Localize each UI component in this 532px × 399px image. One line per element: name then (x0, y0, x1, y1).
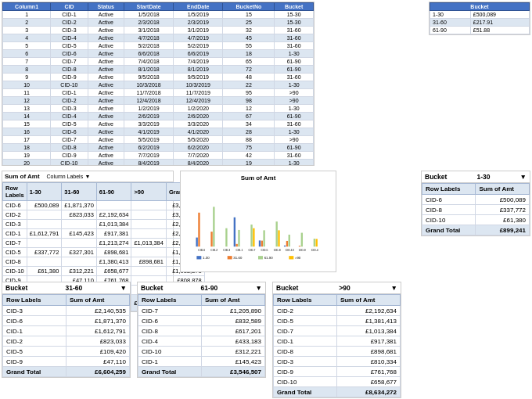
list-item: Grand Total£8,634,272 (274, 387, 401, 397)
pivot-6190-filter[interactable]: ▼ (256, 284, 262, 292)
table-row: CID-7£1,213,274£1,013,384£2,226,658 (3, 239, 205, 248)
svg-text:31-60: 31-60 (233, 256, 243, 260)
list-item: CID-9£761,768 (274, 367, 401, 377)
table-row: 8CID-8Active8/1/20188/1/20197261-90 (3, 66, 314, 74)
chart-area: Sum of Amt CID-6CID-2CID-3CID-1CID-7CID-… (180, 171, 336, 272)
table-row: CID-6£500,089£1,871,370£3,204,048 (3, 201, 205, 210)
list-item: CID-4£433,183 (138, 336, 265, 347)
list-item: CID-5£1,381,413 (274, 316, 401, 326)
small-bucket-table: Bucket 1-30£500,08931-60£217.9161-90£51.… (429, 2, 530, 35)
main-data-table: Column1CIDStatusStartDateEndDateBucketNo… (2, 2, 314, 166)
pivot-90-filter[interactable]: ▼ (391, 284, 397, 292)
pivot-90-header: Bucket >90 ▼ (273, 282, 401, 294)
list-item: Grand Total£6,604,259 (3, 367, 130, 377)
list-item: CID-1£917,381 (274, 336, 401, 347)
table-row: 2CID-2Active2/3/20182/3/20192515-30 (3, 19, 314, 27)
table-row: 10CID-10Active10/3/201810/3/2019221-30 (3, 81, 314, 89)
table-row: 13CID-3Active1/2/20191/2/2020121-30 (3, 105, 314, 113)
pivot-col-90: >90 (131, 183, 167, 201)
svg-rect-26 (299, 246, 300, 246)
table-row: 15CID-5Active3/3/20193/3/20203431-60 (3, 120, 314, 128)
svg-rect-9 (235, 244, 237, 246)
bucket-summary-table: Bucket 1-30£500,08931-60£217.9161-90£51.… (430, 2, 530, 34)
p130-row-header: Row Labels (422, 184, 476, 195)
table-row: CID-2£823,033£2,192,634£3,015,667 (3, 210, 205, 220)
svg-rect-3 (210, 232, 212, 246)
pivot-130-filter[interactable]: ▼ (520, 173, 527, 181)
svg-rect-6 (225, 228, 227, 247)
svg-rect-8 (234, 217, 235, 246)
pivot-col-6190: 61-90 (96, 183, 131, 201)
list-item: 1-30£500,089 (430, 11, 530, 19)
list-item: CID-2£823,033 (3, 336, 130, 347)
pivot-6190-header: Bucket 61-90 ▼ (138, 282, 265, 294)
list-item: 31-60£217.91 (430, 19, 530, 27)
list-item: Grand Total£3,546,507 (138, 367, 265, 377)
list-item: 61-90£51.88 (430, 27, 530, 34)
list-item: CID-1£1,612,791 (3, 326, 130, 336)
bucket-header: Bucket (430, 3, 530, 11)
svg-rect-17 (263, 230, 264, 246)
svg-rect-24 (289, 235, 290, 246)
pivot-90-table: Row Labels Sum of Amt CID-2£2,192,634CID… (273, 294, 401, 397)
list-item: CID-5£109,420 (3, 347, 130, 357)
pivot-col-130: 1-30 (27, 183, 62, 201)
pivot-3160-header: Bucket 31-60 ▼ (2, 282, 130, 294)
svg-text:CID-9: CID-9 (299, 249, 306, 252)
table-row: 20CID-10Active8/4/20198/4/2020191-30 (3, 160, 314, 167)
pivot-filter-icon[interactable]: ▼ (84, 174, 90, 179)
svg-rect-4 (213, 207, 214, 246)
list-item: CID-1£145,423 (138, 357, 265, 367)
svg-rect-16 (261, 241, 263, 247)
pivot-90-area: Bucket >90 ▼ Row Labels Sum of Amt CID-2… (272, 282, 401, 398)
chart-title: Sum of Amt (184, 174, 332, 182)
list-item: CID-6£500,089 (422, 195, 530, 205)
svg-text:CID-6: CID-6 (198, 249, 205, 252)
svg-rect-38 (289, 256, 293, 259)
table-row: 7CID-7Active7/4/20187/4/20196561-90 (3, 58, 314, 66)
svg-rect-15 (259, 240, 261, 246)
table-row: 16CID-6Active4/1/20194/1/2020281-30 (3, 128, 314, 136)
list-item: CID-7£1,205,890 (138, 306, 265, 316)
pivot-row-label-header: Row Labels (3, 183, 27, 201)
list-item: CID-8£617,201 (138, 326, 265, 336)
pivot-6190-table: Row Labels Sum of Amt CID-7£1,205,890CID… (138, 294, 265, 377)
table-row: 5CID-5Active5/2/20185/2/20195531-60 (3, 42, 314, 50)
svg-rect-23 (286, 241, 288, 246)
pivot-130-header: Bucket 1-30 ▼ (422, 171, 530, 183)
pivot-3160-table: Row Labels Sum of Amt CID-3£2,140,535CID… (2, 294, 130, 377)
table-row: 12CID-2Active12/4/201812/4/201998>90 (3, 97, 314, 105)
list-item: CID-7£1,013,384 (274, 326, 401, 336)
table-row: 11CID-1Active11/7/201811/7/201995>90 (3, 89, 314, 97)
table-row: 19CID-9Active7/7/20197/7/20204231-60 (3, 152, 314, 160)
pivot-3160-filter[interactable]: ▼ (120, 284, 127, 292)
table-row: CID-10£61,380£312,221£658,677£1,032,278 (3, 267, 205, 276)
svg-rect-22 (284, 246, 286, 246)
svg-rect-20 (278, 230, 279, 246)
svg-text:CID-4: CID-4 (311, 249, 318, 252)
list-item: Grand Total£899,241 (422, 225, 530, 235)
svg-rect-27 (301, 233, 303, 247)
svg-rect-10 (238, 230, 239, 246)
pivot-main-title: Sum of Amt Column Labels ▼ (2, 171, 173, 182)
svg-text:CID-1: CID-1 (235, 249, 243, 252)
pivot-130-area: Bucket 1-30 ▼ Row Labels Sum of Amt CID-… (421, 171, 530, 236)
table-row: CID-3£1,013,384£2,990,869 (3, 220, 205, 229)
table-row: 1CID-1Active1/5/20181/5/20191515-30 (3, 11, 314, 19)
data-col-header: EndDate (174, 3, 223, 11)
svg-text:CID-10: CID-10 (286, 249, 294, 252)
table-row: 4CID-4Active4/7/20184/7/20194531-60 (3, 34, 314, 42)
data-col-header: StartDate (124, 3, 173, 11)
svg-text:CID-8: CID-8 (274, 249, 281, 252)
data-col-header: Status (88, 3, 124, 11)
svg-rect-29 (314, 239, 315, 246)
svg-rect-19 (275, 221, 277, 246)
list-item: CID-6£832,589 (138, 316, 265, 326)
table-row: CID-5£337,772£327,301£898,681£1,853,654 (3, 248, 205, 257)
svg-rect-13 (253, 228, 254, 247)
svg-rect-34 (228, 256, 232, 259)
svg-rect-32 (196, 256, 201, 259)
list-item: CID-8£898,681 (274, 347, 401, 357)
list-item: CID-8£337,772 (422, 205, 530, 215)
svg-text:CID-5: CID-5 (261, 249, 268, 252)
